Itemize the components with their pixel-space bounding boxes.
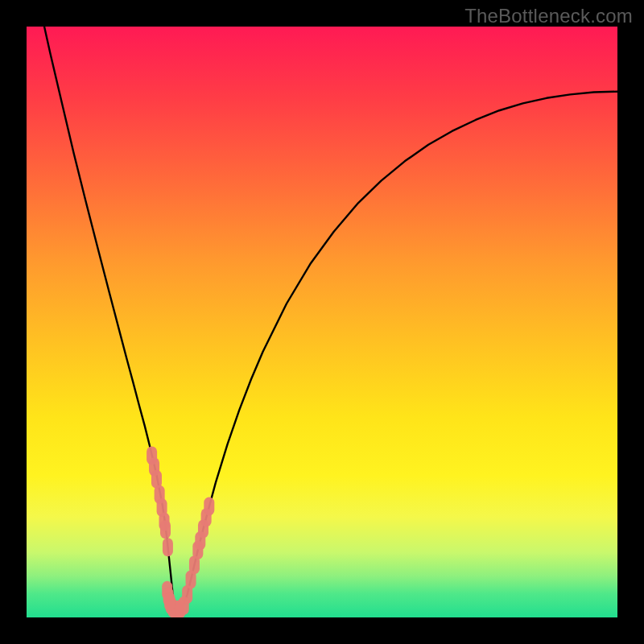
svg-rect-15 [204, 497, 214, 516]
svg-rect-6 [160, 520, 171, 539]
svg-rect-24 [164, 592, 175, 611]
outer-frame: TheBottleneck.com [0, 0, 644, 644]
chart-svg [27, 27, 617, 617]
svg-rect-7 [163, 538, 173, 556]
watermark-text: TheBottleneck.com [464, 5, 633, 27]
svg-rect-21 [179, 597, 189, 615]
curve-line [44, 27, 617, 609]
curve-markers [147, 446, 214, 617]
plot-area [27, 27, 617, 617]
